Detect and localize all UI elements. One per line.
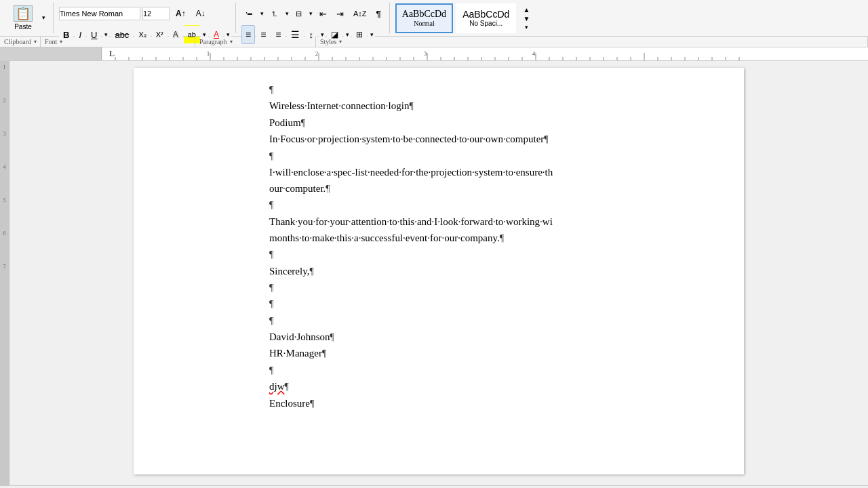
multilevel-dropdown-button[interactable]: ▾ — [307, 4, 314, 23]
status-bar: Page: 1 of 1 Words: 183 English (U.S.) — [0, 485, 868, 488]
paste-label: Paste — [14, 23, 32, 30]
line-para-1: ¶ — [269, 81, 676, 98]
styles-group: AaBbCcDd Normal AaBbCcDd No Spaci... ▲ ▼… — [391, 3, 865, 33]
grow-font-button[interactable]: A↑ — [172, 4, 190, 23]
vert-num-2: 2 — [3, 98, 6, 104]
font-group: A↑ A↓ B I U ▾ abc X₂ X² A ab ▾ A ▾ — [55, 3, 236, 33]
font-section-label: Font ▾ — [41, 37, 195, 47]
increase-indent-button[interactable]: ⇥ — [332, 4, 348, 23]
main-area: 1 2 3 4 5 6 7 ¶ Wireless·Internet·connec… — [0, 61, 868, 485]
line-infocus: In·Focus·or·projection·system·to·be·conn… — [269, 131, 676, 147]
svg-text:2: 2 — [315, 50, 319, 57]
line-podium: Podium¶ — [269, 115, 676, 131]
numbering-dropdown-button[interactable]: ▾ — [283, 4, 290, 23]
multilevel-button[interactable]: ⊟ — [292, 4, 306, 23]
svg-text:3: 3 — [424, 50, 427, 57]
vert-num-5: 5 — [3, 197, 6, 203]
sort-button[interactable]: A↕Z — [349, 4, 371, 23]
toolbar: 📋 Paste ▾ A↑ A↓ B I U ▾ abc X₂ X² A ab ▾… — [0, 0, 868, 37]
line-para-5: ¶ — [269, 279, 676, 296]
line-para-7: ¶ — [269, 312, 676, 329]
clipboard-section-label: Clipboard ▾ — [0, 37, 41, 47]
styles-section-label: Styles ▾ — [316, 37, 868, 47]
style-normal-preview: AaBbCcDd — [402, 9, 446, 20]
paragraph-group: ≔ ▾ ⒈ ▾ ⊟ ▾ ⇤ ⇥ A↕Z ¶ ≡ ≡ ≡ ☰ ↕ ▾ ◪ ▾ ⊞ … — [237, 3, 390, 33]
ruler-container: L — [0, 47, 868, 61]
line-para-3: ¶ — [269, 197, 676, 213]
section-labels-row: Clipboard ▾ Font ▾ Paragraph ▾ Styles ▾ — [0, 37, 868, 47]
vert-num-7: 7 — [3, 264, 6, 270]
clipboard-expand-icon[interactable]: ▾ — [34, 39, 37, 45]
vert-num-3: 3 — [3, 131, 6, 137]
style-nospacing-label: No Spaci... — [469, 20, 502, 27]
vert-num-4: 4 — [3, 164, 6, 170]
line-speclist-1: I·will·enclose·a·spec-list·needed·for·th… — [269, 164, 676, 180]
vert-num-1: 1 — [3, 64, 6, 70]
line-name: David·Johnson¶ — [269, 329, 676, 345]
paste-button[interactable]: 📋 Paste — [8, 3, 38, 33]
shrink-font-button[interactable]: A↓ — [192, 4, 210, 23]
font-expand-icon[interactable]: ▾ — [60, 39, 62, 45]
style-normal-card[interactable]: AaBbCcDd Normal — [395, 3, 453, 33]
vertical-ruler: 1 2 3 4 5 6 7 — [0, 61, 9, 485]
line-para-2: ¶ — [269, 148, 676, 164]
document-page[interactable]: ¶ Wireless·Internet·connection·login¶ Po… — [134, 68, 744, 474]
line-thankyou-1: Thank·you·for·your·attention·to·this·and… — [269, 214, 676, 230]
numbering-button[interactable]: ⒈ — [267, 4, 282, 23]
paragraph-section-label: Paragraph ▾ — [195, 37, 316, 47]
style-nospacing-card[interactable]: AaBbCcDd No Spaci... — [456, 3, 516, 33]
line-enclosure: Enclosure¶ — [269, 395, 676, 411]
line-para-4: ¶ — [269, 246, 676, 262]
bullets-dropdown-button[interactable]: ▾ — [258, 4, 265, 23]
line-para-6: ¶ — [269, 296, 676, 312]
bullets-button[interactable]: ≔ — [241, 4, 257, 23]
svg-text:1: 1 — [207, 50, 210, 57]
font-name-input[interactable] — [59, 7, 140, 20]
paragraph-expand-icon[interactable]: ▾ — [230, 39, 233, 45]
svg-text:4: 4 — [532, 50, 536, 57]
clipboard-group: 📋 Paste ▾ — [3, 3, 54, 33]
ruler-left-margin — [0, 47, 102, 60]
tab-stop-indicator: L — [108, 49, 115, 58]
paste-icon: 📋 — [14, 5, 33, 22]
styles-expand-icon[interactable]: ▾ — [339, 39, 342, 45]
show-formatting-button[interactable]: ¶ — [372, 4, 385, 23]
style-nospacing-preview: AaBbCcDd — [462, 9, 509, 20]
document-outer[interactable]: ¶ Wireless·Internet·connection·login¶ Po… — [9, 61, 868, 485]
line-title: HR·Manager¶ — [269, 345, 676, 361]
paste-dropdown-button[interactable]: ▾ — [39, 3, 47, 33]
line-thankyou-2: months·to·make·this·a·successful·event·f… — [269, 230, 676, 246]
line-sincerely: Sincerely,¶ — [269, 263, 676, 279]
decrease-indent-button[interactable]: ⇤ — [315, 4, 331, 23]
line-speclist-2: our·computer.¶ — [269, 180, 676, 197]
ruler[interactable]: L — [102, 47, 868, 60]
line-wireless: Wireless·Internet·connection·login¶ — [269, 98, 676, 114]
ruler-svg: 1 2 3 4 — [102, 47, 868, 60]
style-normal-label: Normal — [414, 20, 435, 27]
line-para-8: ¶ — [269, 362, 676, 378]
styles-more-button[interactable]: ▲ ▼ ▾ — [519, 3, 534, 33]
vert-num-6: 6 — [3, 230, 6, 237]
font-size-input[interactable] — [142, 7, 170, 20]
line-initials: djw¶ — [269, 378, 676, 394]
